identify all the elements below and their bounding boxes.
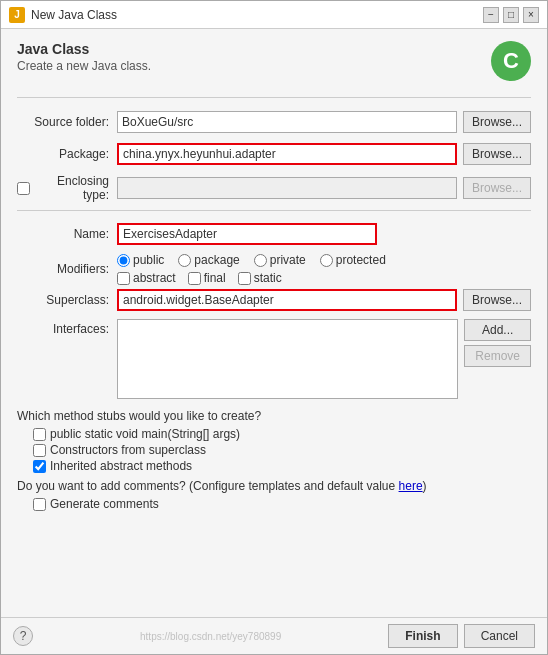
help-button[interactable]: ? xyxy=(13,626,33,646)
enclosing-type-row: Enclosing type: Browse... xyxy=(17,174,531,202)
stub-main-label: public static void main(String[] args) xyxy=(50,427,240,441)
package-input[interactable] xyxy=(117,143,457,165)
stub-constructors-label: Constructors from superclass xyxy=(50,443,206,457)
modifier-package-radio[interactable] xyxy=(178,254,191,267)
modifiers-radio-group: public package private protected xyxy=(117,253,386,267)
main-content: Java Class Create a new Java class. C So… xyxy=(1,29,547,617)
modifier-private[interactable]: private xyxy=(254,253,306,267)
name-label: Name: xyxy=(17,227,117,241)
source-folder-label: Source folder: xyxy=(17,115,117,129)
generate-comments-checkbox[interactable] xyxy=(33,498,46,511)
modifiers-row: Modifiers: public package private xyxy=(17,253,531,285)
superclass-label: Superclass: xyxy=(17,293,117,307)
interfaces-buttons: Add... Remove xyxy=(464,319,531,399)
name-row: Name: xyxy=(17,223,531,245)
superclass-browse-button[interactable]: Browse... xyxy=(463,289,531,311)
comments-link[interactable]: here xyxy=(399,479,423,493)
close-button[interactable]: × xyxy=(523,7,539,23)
modifier-package[interactable]: package xyxy=(178,253,239,267)
comments-title: Do you want to add comments? (Configure … xyxy=(17,479,531,493)
enclosing-type-input[interactable] xyxy=(117,177,457,199)
enclosing-type-browse-button: Browse... xyxy=(463,177,531,199)
modifier-protected-radio[interactable] xyxy=(320,254,333,267)
modifiers-options: public package private protected xyxy=(117,253,386,285)
remove-interface-button[interactable]: Remove xyxy=(464,345,531,367)
modifier-public[interactable]: public xyxy=(117,253,164,267)
interfaces-field: Add... Remove xyxy=(117,319,531,399)
stub-item-main: public static void main(String[] args) xyxy=(17,427,531,441)
header-section: Java Class Create a new Java class. C xyxy=(17,41,531,81)
source-folder-browse-button[interactable]: Browse... xyxy=(463,111,531,133)
modifiers-label: Modifiers: xyxy=(17,262,117,276)
superclass-field: Browse... xyxy=(117,289,531,311)
modifier-abstract-check[interactable] xyxy=(117,272,130,285)
interfaces-label: Interfaces: xyxy=(17,319,117,336)
generate-comments-label: Generate comments xyxy=(50,497,159,511)
finish-button[interactable]: Finish xyxy=(388,624,457,648)
interfaces-row: Interfaces: Add... Remove xyxy=(17,319,531,399)
title-bar-controls: − □ × xyxy=(483,7,539,23)
dialog-subtitle: Create a new Java class. xyxy=(17,59,151,73)
cancel-button[interactable]: Cancel xyxy=(464,624,535,648)
package-label: Package: xyxy=(17,147,117,161)
bottom-bar: ? https://blog.csdn.net/yey780899 Finish… xyxy=(1,617,547,654)
window-title: New Java Class xyxy=(31,8,117,22)
intellij-logo: C xyxy=(491,41,531,81)
title-bar: J New Java Class − □ × xyxy=(1,1,547,29)
modifier-private-radio[interactable] xyxy=(254,254,267,267)
modifier-final[interactable]: final xyxy=(188,271,226,285)
bottom-buttons: Finish Cancel xyxy=(388,624,535,648)
header-divider xyxy=(17,97,531,98)
stub-inherited-label: Inherited abstract methods xyxy=(50,459,192,473)
add-interface-button[interactable]: Add... xyxy=(464,319,531,341)
superclass-row: Superclass: Browse... xyxy=(17,289,531,311)
modifier-public-radio[interactable] xyxy=(117,254,130,267)
modifier-static-check[interactable] xyxy=(238,272,251,285)
package-row: Package: Browse... xyxy=(17,142,531,166)
superclass-input[interactable] xyxy=(117,289,457,311)
title-bar-left: J New Java Class xyxy=(9,7,117,23)
modifier-final-check[interactable] xyxy=(188,272,201,285)
minimize-button[interactable]: − xyxy=(483,7,499,23)
interfaces-listbox[interactable] xyxy=(117,319,458,399)
comments-section: Do you want to add comments? (Configure … xyxy=(17,479,531,511)
dialog-title: Java Class xyxy=(17,41,151,57)
stubs-section: Which method stubs would you like to cre… xyxy=(17,409,531,473)
name-input[interactable] xyxy=(117,223,377,245)
source-folder-field: Browse... xyxy=(117,111,531,133)
enclosing-type-field: Browse... xyxy=(117,177,531,199)
modifier-protected[interactable]: protected xyxy=(320,253,386,267)
stubs-title: Which method stubs would you like to cre… xyxy=(17,409,531,423)
stub-constructors-checkbox[interactable] xyxy=(33,444,46,457)
modifiers-check-group: abstract final static xyxy=(117,271,386,285)
modifier-abstract[interactable]: abstract xyxy=(117,271,176,285)
generate-comments-row: Generate comments xyxy=(17,497,531,511)
modifier-static[interactable]: static xyxy=(238,271,282,285)
dialog-window: J New Java Class − □ × Java Class Create… xyxy=(0,0,548,655)
stub-inherited-checkbox[interactable] xyxy=(33,460,46,473)
package-field: Browse... xyxy=(117,143,531,165)
stub-main-checkbox[interactable] xyxy=(33,428,46,441)
section-divider xyxy=(17,210,531,211)
maximize-button[interactable]: □ xyxy=(503,7,519,23)
watermark: https://blog.csdn.net/yey780899 xyxy=(140,631,281,642)
package-browse-button[interactable]: Browse... xyxy=(463,143,531,165)
enclosing-type-checkbox[interactable] xyxy=(17,182,30,195)
stub-item-inherited: Inherited abstract methods xyxy=(17,459,531,473)
name-field xyxy=(117,223,531,245)
window-icon: J xyxy=(9,7,25,23)
stub-item-constructors: Constructors from superclass xyxy=(17,443,531,457)
enclosing-type-label: Enclosing type: xyxy=(17,174,117,202)
header-text: Java Class Create a new Java class. xyxy=(17,41,151,73)
source-folder-row: Source folder: Browse... xyxy=(17,110,531,134)
source-folder-input[interactable] xyxy=(117,111,457,133)
